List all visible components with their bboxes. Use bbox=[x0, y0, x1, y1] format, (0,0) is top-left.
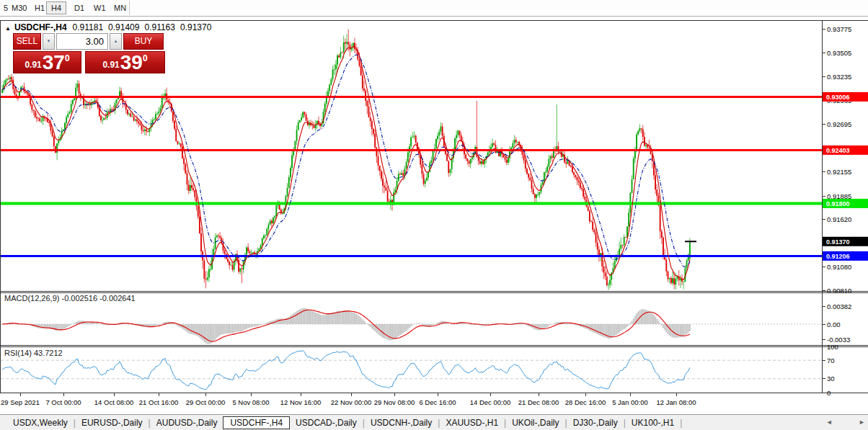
timeframe-h1[interactable]: H1 bbox=[32, 1, 47, 14]
tab-ukoil-daily[interactable]: UKOil-,Daily bbox=[508, 417, 562, 429]
date-label: 6 Dec 16:00 bbox=[419, 398, 456, 406]
axes-layer: 0.937750.935050.932350.929650.926950.921… bbox=[0, 20, 868, 406]
tab-separator: | bbox=[621, 418, 628, 428]
mt4-terminal: 5M30H1H4D1W1MN 0.937750.935050.932350.92… bbox=[0, 0, 868, 430]
moving-averages-layer bbox=[2, 47, 690, 280]
macd-tick-label: 0.00382 bbox=[827, 303, 851, 310]
volume-decrease-button[interactable]: ▼ bbox=[43, 33, 55, 50]
date-label: 14 Oct 08:00 bbox=[94, 398, 133, 406]
price-badge-label: 0.91800 bbox=[826, 200, 850, 207]
price-badge-label: 0.91206 bbox=[826, 253, 850, 260]
macd-tick-label: 0.00 bbox=[827, 321, 841, 328]
ma-fast-line bbox=[2, 47, 690, 280]
price-badge-label: 0.91370 bbox=[826, 238, 850, 246]
indicator-panes-layer bbox=[1, 308, 822, 390]
buy-button[interactable]: BUY bbox=[123, 33, 164, 50]
tab-audusd-daily[interactable]: AUDUSD-,Daily bbox=[153, 417, 221, 429]
volume-increase-button[interactable]: ▲ bbox=[110, 33, 122, 50]
date-label: 5 Jan 00:00 bbox=[612, 398, 648, 406]
ask-price-big: 39 bbox=[120, 52, 143, 73]
rsi-tick-label: 100 bbox=[827, 343, 838, 351]
price-tick-label: 0.91620 bbox=[827, 215, 851, 223]
price-badge-label: 0.93006 bbox=[826, 94, 850, 101]
price-tick-label: 0.92155 bbox=[827, 168, 851, 176]
ohlc-close: 0.91370 bbox=[180, 22, 211, 32]
tab-scroll-arrows: ◄ ► bbox=[802, 418, 865, 426]
date-label: 29 Nov 08:00 bbox=[374, 398, 415, 406]
chart-title: ▲ USDCHF-,H4 0.91181 0.91409 0.91163 0.9… bbox=[5, 22, 216, 32]
tab-scroll-left-icon[interactable]: ◄ bbox=[826, 418, 833, 426]
bid-price-big: 37 bbox=[43, 52, 65, 73]
date-label: 28 Dec 16:00 bbox=[565, 398, 606, 406]
toolbar-separator bbox=[129, 1, 130, 15]
ask-price-prefix: 0.91 bbox=[102, 60, 119, 70]
ohlc-open: 0.91181 bbox=[73, 22, 104, 32]
price-tick-label: 0.92695 bbox=[827, 120, 851, 128]
symbol-tab-bar: USDX,Weekly|EURUSD-,Daily|AUDUSD-,DailyU… bbox=[0, 414, 868, 430]
tab-xauusd-h1[interactable]: XAUUSD-,H1 bbox=[442, 417, 502, 429]
date-label: 12 Nov 16:00 bbox=[280, 398, 322, 406]
tab-separator: | bbox=[678, 418, 684, 428]
one-click-trading-panel: SELL ▼ 3.00 ▲ BUY 0.91 37 0 0.91 39 0 bbox=[13, 33, 165, 73]
tab-uk100-h1[interactable]: UK100-,H1 bbox=[628, 417, 678, 429]
date-label: 5 Nov 08:00 bbox=[232, 398, 269, 406]
tab-usdx-weekly[interactable]: USDX,Weekly bbox=[9, 417, 71, 429]
price-tick-label: 0.91080 bbox=[827, 263, 851, 271]
volume-input[interactable]: 3.00 bbox=[56, 33, 108, 50]
triangle-down-icon: ▼ bbox=[47, 39, 51, 43]
tab-usdcad-daily[interactable]: USDCAD-,Daily bbox=[292, 417, 360, 429]
date-label: 14 Dec 00:00 bbox=[470, 398, 511, 406]
tab-separator: | bbox=[71, 418, 78, 428]
ohlc-low: 0.91163 bbox=[144, 22, 175, 32]
collapse-arrow-icon[interactable]: ▲ bbox=[5, 25, 11, 32]
horizontal-lines-layer bbox=[1, 97, 822, 256]
bid-price-prefix: 0.91 bbox=[25, 60, 41, 70]
rsi-line bbox=[2, 351, 690, 390]
tab-separator: | bbox=[435, 418, 442, 428]
price-tick-label: 0.93775 bbox=[827, 25, 851, 33]
chart-canvas[interactable]: 0.937750.935050.932350.929650.926950.921… bbox=[0, 17, 868, 414]
buy-price-button[interactable]: 0.91 39 0 bbox=[85, 51, 165, 73]
bid-price-pip: 0 bbox=[65, 53, 70, 63]
tab-dj30-daily[interactable]: DJ30-,Daily bbox=[570, 417, 621, 429]
price-badge-label: 0.92403 bbox=[826, 147, 850, 154]
macd-histogram bbox=[2, 308, 690, 344]
rsi-tick-label: 70 bbox=[827, 357, 835, 364]
tab-separator: | bbox=[360, 418, 367, 428]
timeframe-d1[interactable]: D1 bbox=[72, 1, 87, 14]
triangle-up-icon: ▲ bbox=[114, 39, 118, 43]
ask-price-pip: 0 bbox=[143, 53, 148, 63]
timeframe-m30[interactable]: M30 bbox=[9, 1, 29, 14]
date-label: 7 Oct 00:00 bbox=[45, 398, 81, 406]
rsi-label: RSI(14) 43.7212 bbox=[4, 349, 63, 357]
price-tick-label: 0.93235 bbox=[827, 73, 851, 81]
tab-usdchf-h4[interactable]: USDCHF-,H4 bbox=[223, 416, 290, 429]
timeframe-mn[interactable]: MN bbox=[112, 1, 128, 14]
date-label: 12 Jan 08:00 bbox=[657, 398, 696, 406]
macd-label: MACD(12,26,9) -0.002516 -0.002641 bbox=[4, 294, 136, 303]
price-tick-label: 0.90810 bbox=[827, 287, 851, 295]
rsi-tick-label: 30 bbox=[827, 375, 835, 382]
ohlc-high: 0.91409 bbox=[108, 22, 139, 32]
tab-separator: | bbox=[146, 418, 153, 428]
price-tick-label: 0.93505 bbox=[827, 49, 851, 57]
date-label: 22 Nov 00:00 bbox=[331, 398, 372, 406]
sell-price-button[interactable]: 0.91 37 0 bbox=[13, 51, 81, 73]
ma-slow-line bbox=[2, 55, 690, 266]
sell-button[interactable]: SELL bbox=[13, 33, 41, 50]
tab-separator: | bbox=[502, 418, 508, 428]
chart-symbol: USDCHF-,H4 bbox=[14, 22, 67, 32]
date-label: 21 Dec 08:00 bbox=[518, 398, 559, 406]
price-tick-label: 0.91885 bbox=[827, 192, 851, 200]
timeframe-toolbar: 5M30H1H4D1W1MN bbox=[0, 0, 868, 17]
tab-usdcnh-daily[interactable]: USDCNH-,Daily bbox=[367, 417, 435, 429]
timeframe-w1[interactable]: W1 bbox=[92, 1, 108, 14]
tab-eurusd-daily[interactable]: EURUSD-,Daily bbox=[78, 417, 146, 429]
date-label: 21 Oct 16:00 bbox=[139, 398, 178, 406]
tab-scroll-right-icon[interactable]: ► bbox=[859, 418, 865, 426]
timeframe-h4[interactable]: H4 bbox=[46, 1, 66, 14]
rsi-tick-label: 0 bbox=[827, 389, 831, 397]
tab-separator: | bbox=[563, 418, 570, 428]
date-label: 29 Sep 2021 bbox=[1, 398, 40, 406]
date-label: 29 Oct 00:00 bbox=[186, 398, 225, 406]
